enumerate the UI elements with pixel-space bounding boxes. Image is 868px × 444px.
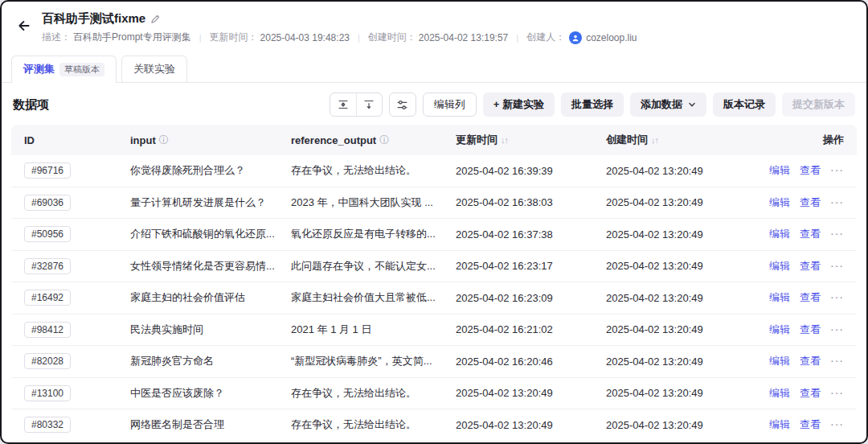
cell-actions: 编辑查看··· <box>733 386 857 401</box>
meta-updated: 更新时间： 2025-04-03 19:48:23 <box>210 31 350 44</box>
batch-select-button[interactable]: 批量选择 <box>561 92 624 117</box>
cell-updated: 2025-04-02 16:38:03 <box>446 196 596 208</box>
view-link[interactable]: 查看 <box>800 291 821 303</box>
view-link[interactable]: 查看 <box>800 355 821 367</box>
table-row: #13100中医是否应该废除？存在争议，无法给出结论。2025-04-02 13… <box>11 378 857 410</box>
table-row: #98412民法典实施时间2021 年 1 月 1 日2025-04-02 16… <box>11 314 857 347</box>
cell-input: 女性领导情绪化是否更容易情... <box>121 259 281 273</box>
cell-input: 你觉得废除死刑合理么？ <box>121 163 281 178</box>
row-id-chip: #69036 <box>24 195 71 211</box>
cell-input: 新冠肺炎官方命名 <box>121 354 281 368</box>
col-header-created: 创建时间 ↓↑ <box>596 133 733 147</box>
tab-bar: 评测集 草稿版本 关联实验 <box>2 51 866 83</box>
sort-icon[interactable]: ↓↑ <box>651 135 658 145</box>
cell-updated: 2025-04-02 16:23:09 <box>446 292 596 304</box>
info-icon[interactable]: ⓘ <box>159 134 169 147</box>
row-id-chip: #80332 <box>24 417 71 433</box>
more-actions-icon[interactable]: ··· <box>830 195 844 208</box>
new-experiment-button[interactable]: + 新建实验 <box>483 92 555 117</box>
table-row: #82028新冠肺炎官方命名“新型冠状病毒肺炎”，英文简...2025-04-0… <box>11 346 857 378</box>
view-link[interactable]: 查看 <box>800 418 821 430</box>
cell-actions: 编辑查看··· <box>733 163 857 178</box>
version-history-button[interactable]: 版本记录 <box>713 92 776 117</box>
cell-id: #80332 <box>11 417 121 433</box>
cell-reference-output: 此问题存在争议，不能认定女... <box>281 259 446 273</box>
cell-reference-output: 存在争议，无法给出结论。 <box>281 417 446 432</box>
expand-rows-icon[interactable] <box>356 93 382 116</box>
cell-actions: 编辑查看··· <box>733 323 857 337</box>
page-title: 百科助手测试fixme <box>42 11 145 27</box>
edit-link[interactable]: 编辑 <box>769 355 790 367</box>
table-row: #32876女性领导情绪化是否更容易情...此问题存在争议，不能认定女...20… <box>11 251 857 283</box>
view-link[interactable]: 查看 <box>800 164 821 176</box>
tab-related-experiments[interactable]: 关联实验 <box>121 56 187 82</box>
table-row: #96716你觉得废除死刑合理么？存在争议，无法给出结论。2025-04-02 … <box>11 155 857 187</box>
display-settings-icon[interactable] <box>389 92 416 117</box>
more-actions-icon[interactable]: ··· <box>830 386 844 399</box>
cell-reference-output: 氧化还原反应是有电子转移的... <box>281 227 446 241</box>
edit-link[interactable]: 编辑 <box>769 291 790 303</box>
more-actions-icon[interactable]: ··· <box>830 163 844 176</box>
edit-link[interactable]: 编辑 <box>769 164 790 176</box>
meta-row: 描述： 百科助手Prompt专用评测集 | 更新时间： 2025-04-03 1… <box>42 31 637 44</box>
row-id-chip: #96716 <box>24 162 71 179</box>
toolbar: 编辑列 + 新建实验 批量选择 添加数据 版本记录 提交新版本 <box>330 92 855 117</box>
cell-created: 2025-04-02 13:20:49 <box>596 387 733 399</box>
cell-actions: 编辑查看··· <box>733 259 857 273</box>
cell-actions: 编辑查看··· <box>733 195 857 210</box>
compact-rows-icon[interactable] <box>330 93 356 116</box>
divider: | <box>199 33 202 43</box>
more-actions-icon[interactable]: ··· <box>830 290 844 303</box>
table-row: #50956介绍下铁和硫酸铜的氧化还原...氧化还原反应是有电子转移的...20… <box>11 219 857 251</box>
table-row: #69036量子计算机研发进展是什么？2023 年，中国科大团队实现 ...20… <box>11 187 857 220</box>
table-body: #96716你觉得废除死刑合理么？存在争议，无法给出结论。2025-04-02 … <box>11 155 857 442</box>
more-actions-icon[interactable]: ··· <box>830 323 844 335</box>
view-link[interactable]: 查看 <box>800 196 821 208</box>
back-button[interactable] <box>14 16 34 35</box>
edit-link[interactable]: 编辑 <box>769 323 790 335</box>
cell-id: #13100 <box>11 385 121 401</box>
cell-created: 2025-04-02 13:20:49 <box>596 196 733 208</box>
user-icon <box>571 34 579 42</box>
edit-link[interactable]: 编辑 <box>769 228 790 240</box>
edit-link[interactable]: 编辑 <box>769 196 790 208</box>
row-id-chip: #16492 <box>24 290 71 306</box>
info-icon[interactable]: ⓘ <box>379 134 389 147</box>
col-header-id: ID <box>11 134 121 146</box>
meta-creator: 创建人： cozeloop.liu <box>526 31 637 44</box>
more-actions-icon[interactable]: ··· <box>830 354 844 367</box>
row-id-chip: #13100 <box>24 385 71 401</box>
edit-link[interactable]: 编辑 <box>769 418 790 430</box>
view-link[interactable]: 查看 <box>800 323 821 335</box>
view-link[interactable]: 查看 <box>800 260 821 272</box>
cell-created: 2025-04-02 13:20:49 <box>596 292 733 304</box>
cell-actions: 编辑查看··· <box>733 227 857 241</box>
more-actions-icon[interactable]: ··· <box>830 417 844 430</box>
edit-link[interactable]: 编辑 <box>769 387 790 399</box>
edit-title-icon[interactable] <box>150 14 161 24</box>
meta-description: 描述： 百科助手Prompt专用评测集 <box>42 31 191 44</box>
cell-created: 2025-04-02 13:20:49 <box>596 419 733 431</box>
cell-updated: 2025-04-02 16:21:02 <box>446 323 596 335</box>
divider: | <box>516 33 518 43</box>
cell-id: #98412 <box>11 322 121 338</box>
cell-reference-output: 2021 年 1 月 1 日 <box>281 323 446 337</box>
cell-updated: 2025-04-02 16:20:46 <box>446 356 596 368</box>
view-link[interactable]: 查看 <box>800 228 821 240</box>
row-height-toggle-group <box>330 92 383 117</box>
col-header-actions: 操作 <box>733 133 857 147</box>
cell-created: 2025-04-02 13:20:49 <box>596 323 733 335</box>
sort-icon[interactable]: ↓↑ <box>501 135 508 145</box>
data-table: ID input ⓘ reference_output ⓘ 更新时间 ↓↑ 创建… <box>11 125 857 442</box>
cell-updated: 2025-04-02 16:37:38 <box>446 228 596 240</box>
cell-id: #69036 <box>11 195 121 211</box>
more-actions-icon[interactable]: ··· <box>830 227 844 240</box>
tab-dataset[interactable]: 评测集 草稿版本 <box>11 56 117 83</box>
edit-columns-button[interactable]: 编辑列 <box>423 92 477 117</box>
cell-reference-output: “新型冠状病毒肺炎”，英文简... <box>281 354 446 368</box>
more-actions-icon[interactable]: ··· <box>830 259 844 272</box>
cell-id: #82028 <box>11 353 121 369</box>
view-link[interactable]: 查看 <box>800 387 821 399</box>
edit-link[interactable]: 编辑 <box>769 260 790 272</box>
add-data-button[interactable]: 添加数据 <box>630 92 706 117</box>
